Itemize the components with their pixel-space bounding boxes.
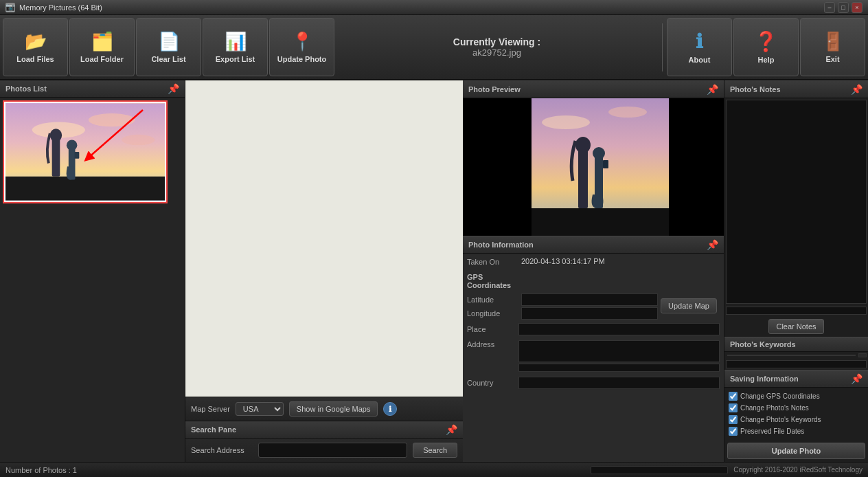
update-map-button[interactable]: Update Map — [661, 298, 717, 313]
address-area — [518, 340, 720, 372]
load-files-button[interactable]: 📂 Load Files — [3, 18, 68, 76]
address-label: Address — [467, 340, 518, 348]
right-panel: Photo's Notes 📌 Clear Notes Photo's Keyw… — [724, 80, 868, 462]
status-bar: Number of Photos : 1 Copyright 2016-2020… — [0, 462, 868, 477]
svg-point-20 — [593, 147, 605, 159]
update-photo-button[interactable]: 📍 Update Photo — [269, 18, 334, 76]
search-button[interactable]: Search — [413, 443, 457, 458]
map-display — [185, 80, 463, 397]
photo-notes-header: Photo's Notes 📌 — [724, 80, 868, 98]
maximize-button[interactable]: □ — [838, 2, 849, 13]
exit-button[interactable]: 🚪 Exit — [800, 18, 865, 76]
minimize-button[interactable]: – — [824, 2, 835, 13]
photo-info-pin-icon[interactable]: 📌 — [707, 239, 718, 250]
longitude-input[interactable] — [521, 307, 658, 320]
update-photo-label: Update Photo — [277, 55, 327, 63]
address-scrollbar[interactable] — [518, 364, 720, 372]
help-button[interactable]: ❓ Help — [733, 18, 799, 76]
photos-list-header: Photos List 📌 — [0, 80, 185, 98]
address-row: Address — [463, 338, 724, 375]
photo-preview-pin-icon[interactable]: 📌 — [707, 84, 718, 95]
photo-count-label: Number of Photos : 1 — [5, 466, 77, 474]
checkbox-notes-label: Change Photo's Notes — [740, 404, 809, 412]
load-files-icon: 📂 — [25, 31, 47, 52]
load-folder-button[interactable]: 🗂️ Load Folder — [69, 18, 135, 76]
current-filename: ak29752.jpg — [472, 47, 521, 58]
close-button[interactable]: × — [852, 2, 863, 13]
map-panel: Map Server USA Europe Asia Show in Googl… — [185, 80, 463, 462]
svg-point-15 — [608, 107, 647, 118]
gps-grid: Latitude Longitude — [467, 293, 658, 320]
photo-notes-title: Photo's Notes — [730, 85, 781, 93]
address-input[interactable] — [518, 340, 720, 362]
currently-viewing-label: Currently Viewing : — [453, 36, 540, 47]
checkbox-gps-label: Change GPS Coordinates — [740, 392, 820, 400]
export-list-icon: 📊 — [225, 31, 247, 52]
map-info-icon[interactable]: ℹ — [383, 402, 397, 416]
svg-point-2 — [89, 113, 135, 126]
latitude-label: Latitude — [467, 296, 518, 304]
saving-info-header: Saving Information 📌 — [724, 370, 868, 388]
country-row: Country — [463, 375, 724, 392]
load-files-label: Load Files — [16, 55, 54, 63]
country-label: Country — [467, 379, 518, 387]
gps-header-row: GPS Coordinates — [463, 271, 724, 292]
photo-thumbnail[interactable] — [3, 100, 168, 203]
main-layout: Photos List 📌 — [0, 80, 868, 462]
export-list-button[interactable]: 📊 Export List — [203, 18, 268, 76]
preview-image — [463, 98, 724, 236]
svg-point-18 — [575, 137, 591, 153]
copyright-label: Copyright 2016-2020 iRedSoft Technology — [733, 466, 863, 474]
photo-info-title: Photo Information — [468, 241, 534, 249]
checkbox-keywords-row: Change Photo's Keywords — [729, 414, 864, 425]
clear-list-label: Clear List — [151, 55, 185, 63]
saving-info-title: Saving Information — [730, 375, 799, 383]
place-label: Place — [467, 325, 518, 333]
place-input[interactable] — [518, 323, 720, 335]
map-server-select[interactable]: USA Europe Asia — [236, 402, 284, 416]
keywords-scrollbar[interactable] — [858, 353, 867, 357]
checkbox-dates[interactable] — [729, 427, 738, 436]
notes-scrollbar-h[interactable] — [726, 307, 867, 315]
photo-info-header: Photo Information 📌 — [463, 236, 724, 254]
photos-list-content[interactable] — [0, 98, 185, 462]
taken-on-label: Taken On — [467, 258, 518, 266]
search-address-input[interactable] — [258, 443, 407, 458]
update-photo-bottom-button[interactable]: Update Photo — [727, 443, 865, 459]
place-row: Place — [463, 321, 724, 338]
longitude-label: Longitude — [467, 309, 518, 318]
checkbox-gps[interactable] — [729, 392, 738, 401]
update-photo-bottom-label: Update Photo — [772, 447, 821, 455]
checkbox-gps-row: Change GPS Coordinates — [729, 390, 864, 402]
search-pane-pin-icon[interactable]: 📌 — [446, 424, 457, 435]
clear-list-button[interactable]: 📄 Clear List — [136, 18, 201, 76]
photo-preview-title: Photo Preview — [468, 85, 521, 93]
clear-notes-label: Clear Notes — [776, 322, 816, 331]
country-input[interactable] — [518, 377, 720, 389]
help-icon: ❓ — [754, 30, 778, 53]
photo-preview-section: Photo Preview 📌 — [463, 80, 724, 462]
search-pane-header: Search Pane 📌 — [185, 421, 463, 439]
checkbox-dates-label: Preserved File Dates — [740, 428, 804, 435]
pin-icon[interactable]: 📌 — [168, 83, 179, 94]
keywords-list — [727, 355, 856, 356]
about-icon: ℹ — [696, 30, 703, 53]
notes-pin-icon[interactable]: 📌 — [851, 84, 863, 95]
svg-rect-4 — [5, 177, 165, 201]
checkbox-notes-row: Change Photo's Notes — [729, 402, 864, 414]
clear-notes-button[interactable]: Clear Notes — [768, 319, 823, 334]
notes-textarea[interactable] — [726, 100, 867, 304]
checkbox-keywords[interactable] — [729, 415, 738, 424]
keywords-scroll-area — [726, 353, 867, 357]
latitude-input[interactable] — [521, 293, 658, 306]
show-google-maps-button[interactable]: Show in Google Maps — [289, 401, 378, 417]
svg-point-3 — [122, 135, 155, 145]
about-button[interactable]: ℹ About — [667, 18, 732, 76]
thumbnail-image — [5, 103, 165, 201]
update-photo-icon: 📍 — [291, 31, 313, 52]
keywords-scrollbar-h[interactable] — [726, 360, 867, 368]
checkbox-notes[interactable] — [729, 403, 738, 412]
saving-pin-icon[interactable]: 📌 — [851, 373, 863, 384]
search-pane-title: Search Pane — [191, 425, 236, 434]
svg-rect-21 — [603, 160, 608, 168]
